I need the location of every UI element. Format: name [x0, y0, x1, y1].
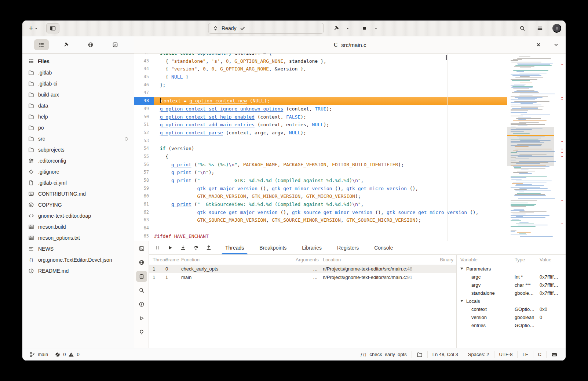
- code-line-62[interactable]: 62 gtk_source_get_major_version (), gtk_…: [134, 208, 507, 217]
- code-text[interactable]: g_print ("%s %s (%s)\n", PACKAGE_NAME, P…: [154, 161, 507, 169]
- file-tree-item[interactable]: subprojects: [22, 144, 134, 155]
- line-number[interactable]: 51: [134, 121, 154, 129]
- code-text[interactable]: g_print ("\n");: [154, 168, 507, 177]
- line-ending-button[interactable]: LF: [517, 351, 533, 358]
- encoding-button[interactable]: UTF-8: [494, 351, 518, 358]
- file-tree-item[interactable]: .gitlab: [22, 67, 134, 78]
- minimap-viewport[interactable]: [507, 127, 554, 166]
- run-menu-button[interactable]: [372, 25, 380, 32]
- step-over-button[interactable]: [190, 243, 201, 253]
- line-number[interactable]: 50: [134, 113, 154, 121]
- code-line-56[interactable]: 56 g_print ("%s %s (%s)\n", PACKAGE_NAME…: [134, 161, 507, 169]
- code-text[interactable]: };: [154, 81, 507, 89]
- line-number[interactable]: 52: [134, 129, 154, 137]
- code-text[interactable]: GTK_MAJOR_VERSION, GTK_MINOR_VERSION, GT…: [154, 192, 507, 200]
- code-line-43[interactable]: 43 { "standalone", 's', 0, G_OPTION_ARG_…: [134, 57, 507, 65]
- code-text[interactable]: [154, 137, 507, 145]
- line-number[interactable]: 64: [134, 224, 154, 232]
- code-text[interactable]: { NULL }: [154, 73, 507, 81]
- stop-button[interactable]: [359, 24, 369, 33]
- variable-row[interactable]: standalonegboole…0x7fffff…: [457, 289, 566, 297]
- variables-col-type[interactable]: Type: [515, 257, 540, 262]
- primary-menu-button[interactable]: [535, 24, 545, 33]
- code-line-57[interactable]: 57 g_print ("\n");: [134, 168, 507, 177]
- threads-col-function[interactable]: Function: [181, 257, 296, 262]
- file-tree-item[interactable]: gnome-text-editor.doap: [22, 210, 134, 221]
- line-number[interactable]: 43: [134, 57, 154, 65]
- toggle-sidebar-button[interactable]: [46, 23, 59, 33]
- step-in-button[interactable]: [178, 243, 189, 253]
- utility-debugger-button[interactable]: [136, 271, 147, 282]
- code-line-55[interactable]: 55 {: [134, 153, 507, 161]
- code-text[interactable]: g_print (" GTK: %d.%d.%d (Compiled again…: [154, 177, 507, 185]
- build-menu-button[interactable]: [343, 25, 352, 32]
- code-line-50[interactable]: 50 g_option_context_set_help_enabled (co…: [134, 113, 507, 121]
- code-text[interactable]: g_option_context_parse (context, argc, a…: [154, 129, 507, 137]
- code-line-45[interactable]: 45 { NULL }: [134, 73, 507, 81]
- file-tree-item[interactable]: {}org.gnome.TextEditor.Devel.json: [22, 254, 134, 265]
- file-tree-item[interactable]: po: [22, 122, 134, 133]
- code-line-47[interactable]: 47: [134, 89, 507, 97]
- code-line-60[interactable]: 60 GTK_MAJOR_VERSION, GTK_MINOR_VERSION,…: [134, 192, 507, 200]
- build-button[interactable]: [331, 24, 341, 33]
- variable-row[interactable]: contextGOptio…0x0: [457, 305, 566, 313]
- code-text[interactable]: GTK_SOURCE_MAJOR_VERSION, GTK_SOURCE_MIN…: [154, 216, 507, 224]
- document-menu-button[interactable]: [551, 40, 561, 49]
- variable-row[interactable]: entriesGOptio…: [457, 321, 566, 329]
- close-window-button[interactable]: [552, 24, 561, 33]
- panel-tab-threads[interactable]: Threads: [224, 241, 245, 254]
- code-line-54[interactable]: 54 if (version): [134, 145, 507, 153]
- code-line-53[interactable]: 53: [134, 137, 507, 145]
- utility-ideas-button[interactable]: [136, 327, 147, 338]
- disclosure-triangle-icon[interactable]: [460, 300, 463, 302]
- code-text[interactable]: {: [154, 153, 507, 161]
- file-tree-item[interactable]: .gitignore: [22, 166, 134, 177]
- file-tree-item[interactable]: COPYING: [22, 199, 134, 210]
- code-line-49[interactable]: 49 g_option_context_set_ignore_unknown_o…: [134, 105, 507, 113]
- threads-col-frame[interactable]: Frame: [165, 257, 181, 262]
- branch-button[interactable]: main: [26, 352, 51, 358]
- line-number[interactable]: 45: [134, 73, 154, 81]
- code-line-64[interactable]: 64: [134, 224, 507, 232]
- file-tree-item[interactable]: meson.build: [22, 221, 134, 232]
- line-number[interactable]: 55: [134, 153, 154, 161]
- code-text[interactable]: if (version): [154, 145, 507, 153]
- line-number[interactable]: 63: [134, 216, 154, 224]
- panel-tab-libraries[interactable]: Libraries: [301, 241, 322, 254]
- line-number[interactable]: 56: [134, 161, 154, 169]
- code-text[interactable]: context = g_option_context_new (NULL);: [154, 97, 507, 105]
- line-number[interactable]: 62: [134, 208, 154, 217]
- variable-row[interactable]: argcint *0x7fffff…: [457, 273, 566, 281]
- panel-tab-registers[interactable]: Registers: [336, 241, 359, 254]
- variable-row[interactable]: argvchar ***0x7fffff…: [457, 281, 566, 289]
- osk-toggle-button[interactable]: [546, 351, 562, 358]
- file-tree-item[interactable]: .gitlab-ci.yml: [22, 177, 134, 188]
- code-text[interactable]: gtk_source_get_major_version (), gtk_sou…: [154, 208, 507, 217]
- language-button[interactable]: C: [533, 351, 546, 358]
- line-number[interactable]: 53: [134, 137, 154, 145]
- sidebar-tab-todo[interactable]: [108, 39, 123, 50]
- context-function-button[interactable]: f{} check_early_opts: [356, 351, 411, 358]
- code-text[interactable]: [154, 224, 507, 232]
- panel-tab-console[interactable]: Console: [373, 241, 394, 254]
- project-folder-button[interactable]: [412, 351, 427, 358]
- variables-col-value[interactable]: Value: [540, 257, 566, 262]
- line-number[interactable]: 44: [134, 65, 154, 73]
- line-number[interactable]: 48: [134, 97, 154, 105]
- code-area[interactable]: 42 static const GOptionEntry entries[] =…: [134, 54, 507, 241]
- file-tree-item[interactable]: src: [22, 133, 134, 144]
- file-tree-item[interactable]: meson_options.txt: [22, 232, 134, 243]
- editor-scrollbar-thumb[interactable]: [446, 55, 447, 60]
- continue-button[interactable]: [165, 243, 176, 253]
- code-line-46[interactable]: 46 };: [134, 81, 507, 89]
- line-number[interactable]: 42: [134, 54, 154, 57]
- sidebar-tab-web[interactable]: [83, 39, 98, 50]
- variable-row[interactable]: versiongboolean0: [457, 313, 566, 321]
- line-number[interactable]: 58: [134, 177, 154, 185]
- variable-group-locals[interactable]: Locals: [457, 297, 566, 305]
- threads-col-thread[interactable]: Thread: [149, 257, 165, 262]
- search-button[interactable]: [517, 24, 527, 33]
- line-number[interactable]: 59: [134, 185, 154, 193]
- utility-web-button[interactable]: [136, 257, 147, 268]
- utility-terminal-button[interactable]: [136, 243, 147, 254]
